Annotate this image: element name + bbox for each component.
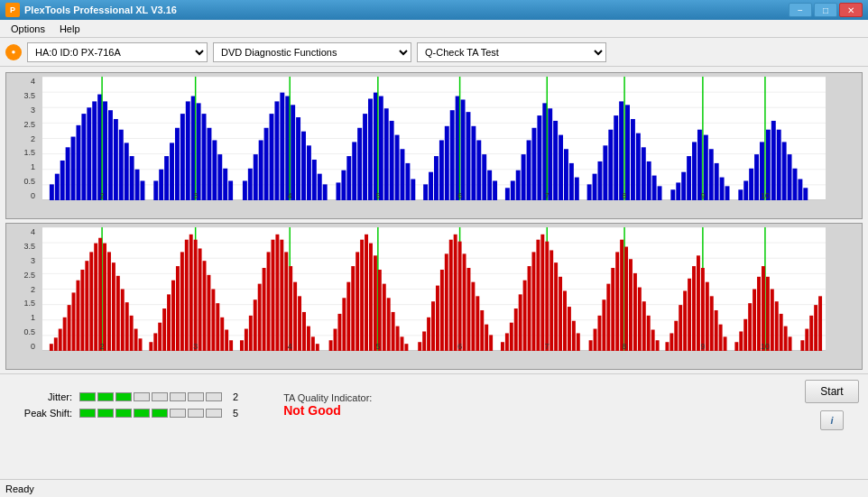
svg-rect-107: [587, 184, 592, 200]
svg-rect-142: [777, 130, 781, 200]
svg-rect-302: [674, 321, 678, 351]
svg-rect-318: [748, 303, 752, 351]
svg-rect-96: [527, 140, 531, 200]
svg-text:7: 7: [545, 191, 549, 200]
svg-rect-252: [445, 253, 448, 351]
jitter-seg-2: [97, 392, 114, 401]
app-title: PlexTools Professional XL V3.16: [24, 5, 177, 15]
svg-rect-253: [449, 240, 453, 351]
svg-rect-310: [706, 282, 709, 351]
svg-rect-279: [563, 290, 567, 351]
svg-rect-126: [692, 142, 697, 200]
svg-rect-118: [642, 147, 646, 200]
svg-rect-203: [211, 290, 215, 352]
svg-rect-171: [72, 292, 76, 351]
svg-rect-20: [103, 101, 107, 200]
svg-rect-234: [360, 240, 364, 351]
svg-rect-247: [422, 331, 426, 351]
svg-rect-208: [240, 340, 244, 351]
svg-rect-147: [803, 188, 808, 200]
svg-rect-180: [107, 252, 111, 351]
jitter-seg-8: [206, 392, 222, 401]
svg-rect-54: [291, 105, 295, 200]
svg-rect-122: [670, 189, 675, 200]
svg-rect-311: [710, 296, 714, 351]
menu-help[interactable]: Help: [52, 22, 88, 36]
peak-seg-4: [134, 409, 150, 418]
svg-rect-132: [720, 178, 725, 200]
svg-rect-261: [480, 310, 484, 351]
svg-rect-77: [423, 184, 428, 200]
svg-rect-108: [593, 174, 597, 200]
svg-rect-31: [170, 143, 174, 200]
svg-rect-195: [180, 252, 184, 351]
svg-rect-90: [487, 170, 492, 200]
svg-rect-271: [532, 252, 536, 351]
svg-rect-241: [387, 298, 391, 351]
svg-rect-44: [243, 180, 247, 200]
svg-rect-288: [611, 268, 614, 351]
svg-rect-222: [298, 296, 301, 351]
svg-rect-131: [715, 163, 719, 200]
function-selector[interactable]: DVD Diagnostic Functions: [213, 42, 411, 62]
svg-rect-214: [267, 252, 271, 351]
close-button[interactable]: ✕: [839, 3, 863, 17]
svg-rect-57: [307, 145, 311, 200]
svg-rect-39: [207, 128, 211, 200]
jitter-seg-1: [79, 392, 96, 401]
svg-rect-190: [158, 323, 162, 351]
svg-rect-209: [245, 329, 248, 351]
svg-rect-65: [357, 128, 362, 200]
svg-rect-82: [450, 110, 455, 200]
svg-rect-62: [341, 170, 346, 200]
svg-rect-49: [270, 114, 274, 200]
svg-rect-70: [379, 97, 383, 200]
svg-text:2: 2: [100, 191, 105, 200]
svg-rect-250: [436, 286, 439, 351]
svg-rect-262: [485, 325, 488, 351]
title-bar: P PlexTools Professional XL V3.16 − □ ✕: [0, 0, 868, 20]
minimize-button[interactable]: −: [789, 3, 812, 17]
svg-rect-293: [629, 259, 633, 351]
device-selector[interactable]: HA:0 ID:0 PX-716A: [27, 42, 208, 62]
svg-rect-30: [164, 156, 169, 200]
device-icon: ●: [5, 44, 22, 60]
svg-rect-26: [135, 170, 140, 200]
svg-rect-94: [516, 170, 521, 200]
svg-rect-299: [656, 340, 660, 351]
peak-shift-value: 5: [233, 408, 238, 419]
menu-options[interactable]: Options: [4, 22, 52, 36]
svg-rect-292: [624, 247, 628, 351]
svg-rect-308: [697, 255, 700, 351]
svg-rect-88: [476, 140, 481, 200]
svg-rect-211: [254, 299, 257, 351]
svg-text:10: 10: [761, 342, 770, 351]
start-button[interactable]: Start: [805, 380, 859, 403]
svg-rect-146: [798, 179, 802, 200]
svg-rect-48: [264, 128, 269, 200]
svg-rect-227: [329, 340, 333, 351]
svg-rect-218: [280, 240, 283, 351]
svg-rect-16: [87, 107, 91, 200]
svg-rect-136: [749, 169, 753, 200]
svg-rect-97: [532, 128, 537, 200]
svg-rect-187: [139, 338, 143, 351]
svg-rect-224: [307, 327, 310, 351]
svg-rect-246: [418, 342, 421, 351]
svg-rect-80: [439, 140, 444, 200]
svg-rect-272: [536, 240, 540, 351]
svg-rect-134: [738, 189, 743, 200]
svg-rect-276: [549, 250, 553, 351]
svg-rect-104: [564, 149, 568, 200]
info-button[interactable]: i: [820, 410, 844, 430]
svg-rect-183: [121, 290, 125, 352]
svg-rect-34: [186, 101, 190, 200]
svg-rect-317: [743, 319, 747, 351]
maximize-button[interactable]: □: [814, 3, 837, 17]
svg-rect-285: [597, 316, 601, 351]
svg-rect-297: [647, 316, 651, 351]
svg-rect-322: [762, 266, 765, 351]
test-selector[interactable]: Q-Check TA Test: [417, 42, 606, 62]
svg-rect-255: [454, 235, 457, 351]
svg-rect-306: [692, 266, 696, 351]
